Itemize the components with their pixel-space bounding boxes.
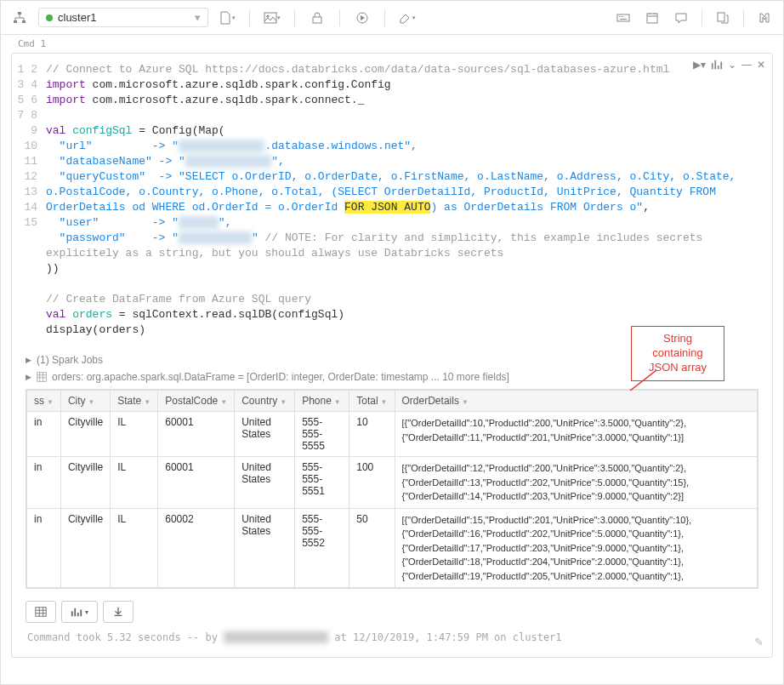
- table-view-button[interactable]: [26, 601, 56, 623]
- chart-view-button[interactable]: ▾: [61, 601, 98, 623]
- status-dot-icon: [46, 14, 53, 21]
- cell-minimize-icon[interactable]: —: [741, 59, 752, 73]
- table-cell: [{"OrderDetailId":10,"ProductId":200,"Un…: [395, 412, 757, 457]
- schedule-icon[interactable]: [640, 6, 664, 30]
- code-editor[interactable]: 1 2 3 4 5 6 7 8 9 10 11 12 13 14 15 // C…: [12, 54, 772, 346]
- run-icon[interactable]: [350, 6, 374, 30]
- table-cell: United States: [235, 412, 295, 457]
- table-cell: 555-555-5552: [295, 508, 349, 588]
- column-header[interactable]: City▼: [60, 391, 110, 412]
- svg-rect-5: [313, 17, 321, 23]
- cell-controls: ▶▾ ⌄ — ✕: [693, 59, 765, 73]
- chevron-down-icon: ▾: [195, 11, 201, 24]
- table-cell: [{"OrderDetailId":15,"ProductId":201,"Un…: [395, 508, 757, 588]
- mlflow-icon[interactable]: [753, 6, 776, 30]
- svg-rect-13: [718, 13, 724, 21]
- cmd-label: Cmd 1: [1, 35, 783, 53]
- table-cell: United States: [235, 508, 295, 588]
- table-cell: IL: [111, 457, 158, 509]
- column-header[interactable]: Phone▼: [295, 391, 349, 412]
- keyboard-icon[interactable]: [611, 6, 635, 30]
- cell-output: ▶(1) Spark Jobs ▶orders: org.apache.spar…: [12, 346, 772, 657]
- svg-rect-8: [619, 16, 620, 17]
- revision-icon[interactable]: [711, 6, 735, 30]
- cell-collapse-icon[interactable]: ⌄: [728, 59, 736, 73]
- table-cell: 60001: [158, 457, 235, 509]
- viz-toolbar: ▾: [26, 597, 758, 626]
- clear-icon[interactable]: ▾: [395, 6, 419, 30]
- svg-rect-9: [621, 16, 622, 17]
- table-cell: IL: [111, 412, 158, 457]
- svg-point-4: [267, 14, 270, 17]
- table-cell: in: [27, 457, 61, 509]
- table-cell: Cityville: [60, 457, 110, 509]
- svg-rect-7: [617, 14, 629, 21]
- table-cell: Cityville: [60, 412, 110, 457]
- column-header[interactable]: Total▼: [349, 391, 395, 412]
- column-header[interactable]: PostalCode▼: [158, 391, 235, 412]
- table-cell: IL: [111, 508, 158, 588]
- cluster-selector[interactable]: cluster1 ▾: [38, 8, 208, 27]
- table-cell: 100: [349, 457, 395, 509]
- column-header[interactable]: OrderDetails▼: [395, 391, 757, 412]
- table-row[interactable]: inCityvilleIL60001United States555-555-5…: [27, 457, 758, 509]
- download-button[interactable]: [103, 601, 134, 623]
- column-header[interactable]: ss▼: [27, 391, 61, 412]
- table-cell: 60002: [158, 508, 235, 588]
- line-gutter: 1 2 3 4 5 6 7 8 9 10 11 12 13 14 15: [12, 62, 46, 338]
- svg-rect-3: [264, 13, 276, 23]
- schema-expander[interactable]: ▶orders: org.apache.spark.sql.DataFrame …: [26, 368, 758, 385]
- code-content: // Connect to Azure SQL https://docs.dat…: [46, 62, 765, 338]
- column-header[interactable]: State▼: [111, 391, 158, 412]
- svg-rect-11: [620, 19, 627, 20]
- execution-status: Command took 5.32 seconds -- by xxxxxxxx…: [26, 626, 758, 648]
- table-cell: United States: [235, 457, 295, 509]
- table-row[interactable]: inCityvilleIL60002United States555-555-5…: [27, 508, 758, 588]
- svg-rect-16: [36, 608, 46, 617]
- svg-rect-12: [647, 14, 657, 23]
- table-cell: Cityville: [60, 508, 110, 588]
- comment-icon[interactable]: [669, 6, 693, 30]
- notebook-cell: ▶▾ ⌄ — ✕ 1 2 3 4 5 6 7 8 9 10 11 12 13 1…: [11, 53, 773, 658]
- svg-rect-10: [622, 16, 623, 17]
- svg-rect-0: [18, 12, 21, 14]
- table-cell: 60001: [158, 412, 235, 457]
- cell-chart-icon[interactable]: [711, 59, 723, 73]
- table-cell: in: [27, 412, 61, 457]
- svg-rect-14: [37, 373, 47, 382]
- cluster-name: cluster1: [58, 11, 97, 24]
- svg-rect-1: [14, 20, 17, 23]
- table-cell: 50: [349, 508, 395, 588]
- cell-run-icon[interactable]: ▶▾: [693, 59, 706, 73]
- table-cell: [{"OrderDetailId":12,"ProductId":200,"Un…: [395, 457, 757, 509]
- file-icon[interactable]: ▾: [215, 6, 239, 30]
- spark-jobs-expander[interactable]: ▶(1) Spark Jobs: [26, 351, 758, 368]
- table-cell: 555-555-5551: [295, 457, 349, 509]
- lock-icon[interactable]: [305, 6, 329, 30]
- cell-close-icon[interactable]: ✕: [757, 59, 765, 73]
- edit-icon[interactable]: ✎: [754, 636, 764, 648]
- table-cell: 10: [349, 412, 395, 457]
- svg-rect-2: [22, 20, 26, 23]
- table-cell: 555-555-5555: [295, 412, 349, 457]
- tree-icon[interactable]: [8, 6, 31, 30]
- table-cell: in: [27, 508, 61, 588]
- column-header[interactable]: Country▼: [235, 391, 295, 412]
- image-icon[interactable]: ▾: [260, 6, 284, 30]
- result-table[interactable]: ss▼City▼State▼PostalCode▼Country▼Phone▼T…: [26, 389, 758, 589]
- main-toolbar: cluster1 ▾ ▾ ▾ ▾: [1, 1, 783, 35]
- table-row[interactable]: inCityvilleIL60001United States555-555-5…: [27, 412, 758, 457]
